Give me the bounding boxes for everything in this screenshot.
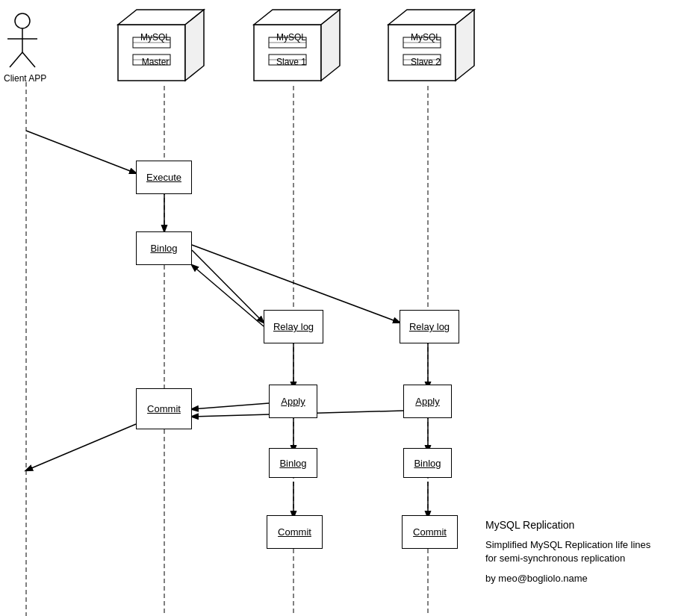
box-relaylog-slave1: Relay log bbox=[264, 310, 323, 343]
slave1-line2: Slave 1 bbox=[261, 57, 321, 67]
master-line1: MySQL bbox=[125, 32, 185, 43]
client-label: Client APP bbox=[4, 73, 46, 84]
server-slave2: MySQL Slave 2 bbox=[381, 6, 478, 90]
server-slave1: MySQL Slave 1 bbox=[246, 6, 344, 90]
box-apply-slave1: Apply bbox=[269, 385, 317, 418]
box-commit-slave2: Commit bbox=[402, 515, 458, 549]
server-master: MySQL Master bbox=[111, 6, 208, 90]
desc-author: by meo@bogliolo.name bbox=[485, 573, 687, 584]
svg-line-16 bbox=[26, 424, 136, 470]
box-apply-slave2: Apply bbox=[403, 385, 452, 418]
diagram: Client APP MySQL Master bbox=[0, 0, 696, 616]
desc-subtitle: Simplified MySQL Replication life linesf… bbox=[485, 538, 687, 565]
slave2-line1: MySQL bbox=[396, 32, 456, 43]
svg-line-6 bbox=[192, 250, 264, 323]
box-binlog-slave1: Binlog bbox=[269, 448, 317, 478]
box-execute: Execute bbox=[136, 161, 192, 194]
client-actor: Client APP bbox=[4, 7, 46, 84]
master-line2: Master bbox=[125, 57, 185, 67]
svg-line-22 bbox=[22, 52, 35, 67]
box-binlog-slave2: Binlog bbox=[403, 448, 452, 478]
svg-line-10 bbox=[192, 403, 269, 409]
box-commit-master: Commit bbox=[136, 388, 192, 429]
slave2-line2: Slave 2 bbox=[396, 57, 456, 67]
box-binlog-master: Binlog bbox=[136, 231, 192, 265]
description-area: MySQL Replication Simplified MySQL Repli… bbox=[485, 519, 687, 584]
desc-title: MySQL Replication bbox=[485, 519, 687, 531]
svg-line-4 bbox=[26, 131, 136, 173]
svg-point-18 bbox=[15, 13, 30, 28]
slave1-line1: MySQL bbox=[261, 32, 321, 43]
box-relaylog-slave2: Relay log bbox=[400, 310, 459, 343]
svg-line-21 bbox=[10, 52, 22, 67]
box-commit-slave1: Commit bbox=[267, 515, 323, 549]
svg-line-17 bbox=[192, 265, 264, 326]
